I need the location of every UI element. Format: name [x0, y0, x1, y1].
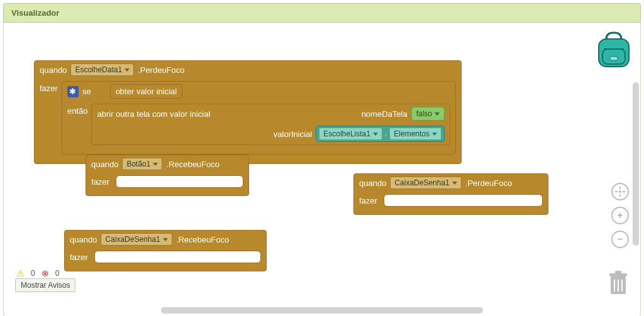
svg-point-4 [619, 190, 621, 193]
component-dropdown[interactable]: CaixaDeSenha1 [390, 177, 461, 189]
component-name: Botão1 [126, 160, 150, 168]
chevron-down-icon [452, 182, 457, 185]
keyword-quando: quando [359, 178, 386, 188]
status-bar: ⚠ 0 ⊗ 0 [16, 268, 59, 278]
keyword-quando: quando [40, 65, 67, 75]
zoom-in-button[interactable]: + [611, 207, 629, 224]
open-screen-label: abrir outra tela com valor inicial [97, 109, 210, 119]
empty-do-slot[interactable] [94, 251, 261, 263]
error-count: 0 [55, 269, 60, 278]
component-dropdown[interactable]: EscolheData1 [70, 63, 134, 76]
keyword-fazer: fazer [70, 253, 88, 262]
event-block-caixadesenha-perdeufoco[interactable]: quando CaixaDeSenha1 .PerdeuFoco fazer [353, 173, 548, 215]
component-dropdown[interactable]: Botão1 [122, 158, 162, 170]
chevron-down-icon [163, 238, 168, 241]
svg-rect-11 [615, 271, 621, 274]
vertical-scrollbar[interactable] [633, 82, 639, 297]
keyword-entao: então [67, 104, 88, 116]
warning-icon: ⚠ [16, 268, 25, 278]
dot: . [385, 129, 387, 138]
event-name: .PerdeuFoco [138, 65, 184, 75]
teal-component-dropdown[interactable]: EscolheLista1 [319, 128, 382, 140]
event-block-botao-recebeufoco[interactable]: quando Botão1 .RecebeuFoco fazer [86, 155, 249, 196]
blocks-canvas[interactable]: quando EscolheData1 .PerdeuFoco fazer ✱ … [4, 23, 628, 303]
empty-do-slot[interactable] [116, 175, 243, 188]
show-warnings-button[interactable]: Mostrar Avisos [15, 278, 75, 292]
teal-property-dropdown[interactable]: Elementos [389, 128, 441, 140]
backpack-icon[interactable] [595, 30, 633, 69]
open-screen-block[interactable]: abrir outra tela com valor inicial nomeD… [91, 104, 450, 145]
event-name: .PerdeuFoco [465, 178, 512, 188]
keyword-fazer: fazer [91, 177, 109, 187]
arg-valorInicial: valorInicial [274, 129, 312, 139]
keyword-fazer: fazer [359, 196, 377, 205]
logic-false-block[interactable]: falso [411, 107, 445, 121]
get-start-value-label: obter valor inicial [116, 87, 177, 96]
gear-icon[interactable]: ✱ [67, 86, 79, 97]
show-warnings-label: Mostrar Avisos [21, 281, 70, 290]
get-start-value-block[interactable]: obter valor inicial [110, 84, 183, 99]
component-name: CaixaDeSenha1 [105, 235, 160, 244]
component-name: EscolheData1 [75, 65, 122, 74]
event-name: .RecebeuFoco [166, 160, 219, 169]
panel-title: Visualizador [11, 8, 59, 18]
if-block[interactable]: ✱ se obter valor inicial então [62, 81, 456, 155]
blocks-canvas-outer: quando EscolheData1 .PerdeuFoco fazer ✱ … [3, 23, 641, 316]
keyword-quando: quando [70, 235, 97, 244]
vertical-scroll-thumb[interactable] [633, 82, 639, 246]
panel-header: Visualizador [3, 3, 641, 23]
chevron-down-icon [435, 112, 440, 116]
teal-component-name: EscolheLista1 [323, 129, 370, 138]
event-block-caixadesenha-recebeufoco[interactable]: quando CaixaDeSenha1 .RecebeuFoco fazer [64, 230, 267, 271]
zoom-out-button[interactable]: − [611, 231, 629, 248]
chevron-down-icon [153, 163, 158, 166]
teal-property-name: Elementos [394, 129, 430, 138]
horizontal-scroll-thumb[interactable] [161, 307, 483, 313]
property-getter-block[interactable]: EscolheLista1 . Elementos [316, 126, 445, 142]
chevron-down-icon [125, 68, 130, 72]
horizontal-scrollbar[interactable] [161, 307, 483, 313]
event-block-escolhedata-perdeufoco[interactable]: quando EscolheData1 .PerdeuFoco fazer ✱ … [34, 60, 462, 164]
error-icon: ⊗ [42, 268, 49, 278]
keyword-quando: quando [91, 160, 118, 169]
warning-count: 0 [31, 269, 35, 278]
arg-nomeDaTela: nomeDaTela [362, 109, 408, 119]
keyword-fazer: fazer [40, 81, 58, 93]
empty-do-slot[interactable] [384, 194, 543, 207]
chevron-down-icon [373, 133, 378, 136]
component-name: CaixaDeSenha1 [394, 178, 449, 187]
zoom-controls: + − [611, 183, 629, 248]
component-dropdown[interactable]: CaixaDeSenha1 [101, 233, 172, 246]
svg-rect-2 [610, 57, 618, 60]
false-label: falso [416, 109, 432, 118]
keyword-se: se [82, 87, 91, 96]
trash-icon[interactable] [608, 270, 629, 297]
recenter-button[interactable] [611, 183, 629, 200]
chevron-down-icon [432, 133, 437, 136]
event-name: .RecebeuFoco [176, 235, 230, 244]
